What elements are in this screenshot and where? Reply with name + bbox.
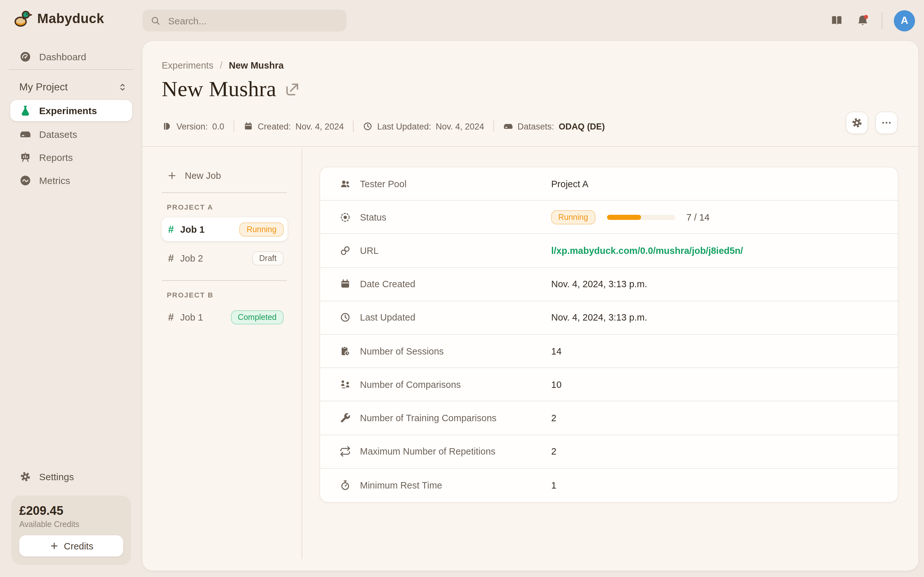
notifications-button[interactable]: [855, 13, 870, 28]
breadcrumb-separator: /: [220, 60, 222, 71]
add-credits-button[interactable]: Credits: [19, 535, 123, 556]
meta-divider: [233, 121, 234, 132]
gear-icon: [851, 117, 863, 129]
project-group-label: PROJECT B: [167, 291, 288, 299]
calendar-icon: [243, 121, 253, 131]
book-icon: [830, 13, 844, 27]
stopwatch-icon: [339, 480, 351, 491]
header-divider: [142, 146, 918, 147]
job-row-project-a-job-2[interactable]: # Job 2 Draft: [162, 247, 288, 269]
table-row-number-of-training-comparisons: Number of Training Comparisons 2: [320, 402, 898, 435]
table-row-date-created: Date Created Nov. 4, 2024, 3:13 p.m.: [320, 268, 898, 301]
job-name: Job 2: [180, 253, 203, 263]
avatar[interactable]: A: [894, 10, 915, 31]
plus-icon: [49, 541, 59, 551]
job-row-project-a-job-1[interactable]: # Job 1 Running: [162, 218, 288, 241]
table-row-url: URL l/xp.mabyduck.com/0.0/mushra/job/j8i…: [320, 234, 898, 268]
plus-icon: [167, 171, 177, 181]
credits-amount: £209.45: [19, 504, 123, 518]
meta-datasets: Datasets: ODAQ (DE): [503, 121, 605, 131]
row-value: Nov. 4, 2024, 3:13 p.m.: [551, 279, 647, 289]
search-bar[interactable]: [142, 10, 347, 31]
docs-button[interactable]: [830, 13, 844, 27]
history-clock-icon: [339, 312, 351, 324]
table-row-maximum-number-of-repetitions: Maximum Number of Repetitions 2: [320, 435, 898, 468]
experiment-details-table: Tester Pool Project A Status Running: [320, 167, 898, 503]
topbar: Mabyduck: [0, 0, 924, 41]
gear-icon: [19, 470, 31, 482]
sidebar-item-reports[interactable]: Reports: [10, 145, 132, 169]
drive-icon: [19, 128, 31, 140]
bell-icon: [855, 13, 870, 28]
sidebar-item-label: Reports: [39, 152, 73, 163]
status-target-icon: [339, 211, 351, 223]
row-value: 1: [551, 480, 556, 490]
unfold-icon: [117, 81, 128, 93]
external-link-icon[interactable]: [284, 81, 300, 97]
page-title: New Mushra: [162, 77, 276, 101]
meta-label: Datasets:: [517, 121, 554, 131]
repeat-icon: [339, 446, 351, 457]
search-icon: [150, 15, 161, 26]
meta-value: Nov. 4, 2024: [296, 121, 344, 131]
project-selector[interactable]: My Project: [10, 76, 132, 99]
add-credits-label: Credits: [64, 541, 94, 551]
job-status-badge: Completed: [231, 310, 284, 324]
job-status-badge: Draft: [252, 251, 284, 265]
search-input[interactable]: [167, 15, 339, 27]
sidebar-item-label: Datasets: [39, 129, 77, 139]
sidebar-item-dashboard[interactable]: Dashboard: [10, 45, 132, 68]
table-row-last-updated: Last Updated Nov. 4, 2024, 3:13 p.m.: [320, 301, 898, 335]
more-options-button[interactable]: [875, 111, 898, 134]
meta-value: ODAQ (DE): [559, 121, 605, 131]
table-row-status: Status Running 7 / 14: [320, 201, 898, 234]
job-row-project-b-job-1[interactable]: # Job 1 Completed: [162, 306, 288, 327]
status-badge: Running: [551, 210, 595, 224]
new-job-button[interactable]: New Job: [162, 167, 221, 185]
people-arrows-icon: [339, 379, 351, 390]
sidebar-item-settings[interactable]: Settings: [10, 465, 132, 488]
row-value: Nov. 4, 2024, 3:13 p.m.: [551, 313, 647, 323]
experiment-meta-row: Version: 0.0 Created: Nov. 4, 2024: [162, 121, 605, 132]
meta-value: Nov. 4, 2024: [436, 121, 484, 131]
clipboard-clock-icon: [339, 345, 351, 357]
status-progress-bar: [607, 215, 675, 220]
row-label: Date Created: [360, 279, 415, 289]
sidebar-divider: [9, 69, 134, 70]
page-title-row: New Mushra: [162, 77, 300, 101]
topbar-divider: [882, 12, 882, 29]
sidebar-item-datasets[interactable]: Datasets: [10, 122, 132, 145]
row-label: Minimum Rest Time: [360, 480, 442, 490]
calendar-icon: [339, 278, 351, 290]
meta-label: Created:: [258, 121, 291, 131]
row-label: URL: [360, 245, 379, 256]
clock-icon: [363, 121, 373, 131]
meta-label: Version:: [176, 121, 208, 131]
jobs-divider: [162, 280, 287, 281]
sidebar: Dashboard My Project Experiments Dataset…: [0, 41, 142, 577]
experiment-settings-button[interactable]: [846, 111, 868, 134]
sidebar-item-experiments[interactable]: Experiments: [10, 100, 132, 121]
flask-icon: [19, 105, 31, 117]
row-value: Project A: [551, 179, 588, 189]
job-name: Job 1: [180, 224, 205, 234]
table-row-minimum-rest-time: Minimum Rest Time 1: [320, 468, 898, 502]
sidebar-item-label: Dashboard: [39, 51, 86, 62]
jobs-divider: [162, 192, 287, 193]
main-content-panel: Experiments / New Mushra New Mushra Vers…: [142, 41, 918, 571]
meta-version: Version: 0.0: [162, 121, 224, 131]
job-url-link[interactable]: l/xp.mabyduck.com/0.0/mushra/job/j8ied5n…: [551, 245, 743, 256]
sidebar-item-metrics[interactable]: Metrics: [10, 169, 132, 192]
row-value: 2: [551, 413, 556, 423]
wrench-icon: [339, 412, 351, 424]
meta-created: Created: Nov. 4, 2024: [243, 121, 344, 131]
row-label: Tester Pool: [360, 179, 407, 189]
row-label: Number of Training Comparisons: [360, 413, 497, 423]
brand-name: Mabyduck: [37, 11, 104, 26]
brand-logo[interactable]: Mabyduck: [13, 9, 104, 28]
report-board-icon: [19, 151, 31, 163]
header-actions: [846, 111, 898, 134]
breadcrumb-parent[interactable]: Experiments: [162, 60, 213, 71]
status-progress-text: 7 / 14: [686, 212, 710, 222]
row-label: Number of Sessions: [360, 346, 444, 356]
